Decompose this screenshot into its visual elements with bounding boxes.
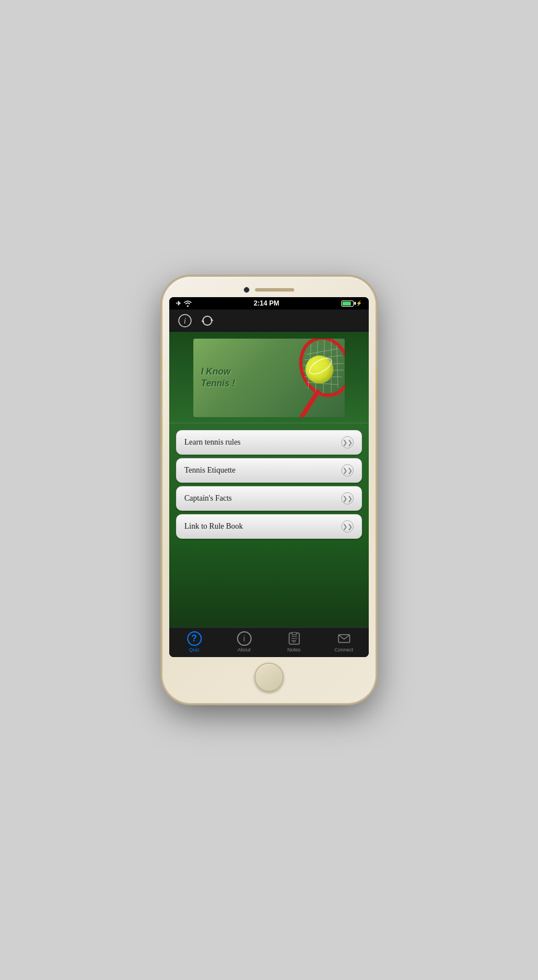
connect-icon (337, 631, 351, 646)
separator-line (169, 423, 369, 423)
phone-screen: ✈ 2:14 PM ⚡ i (169, 297, 369, 657)
front-camera (244, 287, 249, 293)
chevron-right-icon: ❯❯ (341, 436, 354, 449)
captains-facts-label: Captain's Facts (184, 494, 232, 503)
volume-up-button (160, 381, 163, 409)
svg-text:17: 17 (292, 640, 296, 643)
status-right-icons: ⚡ (341, 301, 362, 307)
link-to-rule-book-button[interactable]: Link to Rule Book ❯❯ (176, 514, 362, 539)
quiz-icon: ? (187, 631, 202, 646)
tab-about[interactable]: i About (219, 631, 269, 653)
app-toolbar: i (169, 309, 369, 332)
learn-tennis-rules-button[interactable]: Learn tennis rules ❯❯ (176, 430, 362, 455)
home-button[interactable] (254, 663, 284, 692)
status-time: 2:14 PM (254, 299, 279, 307)
speaker-grille (255, 288, 294, 292)
svg-marker-3 (201, 321, 204, 323)
refresh-button[interactable] (200, 313, 215, 329)
tab-connect[interactable]: Connect (319, 631, 369, 653)
mute-button (160, 355, 163, 372)
tab-quiz-label: Quiz (189, 647, 200, 653)
notes-icon: 17 (287, 631, 302, 646)
charging-icon: ⚡ (356, 301, 362, 306)
hero-banner: I Know Tennis ! (193, 339, 345, 417)
chevron-right-icon: ❯❯ (341, 492, 354, 505)
status-bar: ✈ 2:14 PM ⚡ (169, 297, 369, 309)
volume-down-button (160, 416, 163, 444)
tennis-etiquette-button[interactable]: Tennis Etiquette ❯❯ (176, 458, 362, 483)
learn-tennis-label: Learn tennis rules (184, 438, 240, 447)
chevron-right-icon: ❯❯ (341, 520, 354, 533)
info-button[interactable]: i (177, 313, 193, 329)
top-sensors (169, 287, 369, 293)
svg-line-15 (337, 345, 338, 388)
svg-text:i: i (184, 317, 186, 325)
link-to-rule-book-label: Link to Rule Book (184, 522, 243, 531)
power-button (375, 367, 378, 400)
tab-bar: ? Quiz i About 17 Not (169, 627, 369, 657)
hero-line2: Tennis ! (201, 378, 235, 388)
tab-quiz[interactable]: ? Quiz (169, 631, 219, 653)
app-content: I Know Tennis ! (169, 332, 369, 627)
tennis-ball (305, 355, 333, 383)
captains-facts-button[interactable]: Captain's Facts ❯❯ (176, 486, 362, 511)
about-icon: i (237, 631, 252, 646)
hero-background: I Know Tennis ! (193, 339, 345, 417)
svg-marker-2 (211, 318, 214, 321)
status-left-icons: ✈ (176, 300, 192, 307)
svg-rect-21 (292, 632, 296, 635)
tab-notes[interactable]: 17 Notes (269, 631, 319, 653)
hero-line1: I Know (201, 367, 230, 376)
svg-line-5 (307, 349, 338, 354)
tab-notes-label: Notes (287, 647, 301, 653)
svg-line-16 (300, 392, 318, 417)
tab-about-label: About (238, 647, 251, 653)
battery-icon (341, 301, 354, 307)
battery-fill (342, 302, 351, 306)
tennis-etiquette-label: Tennis Etiquette (184, 466, 235, 475)
wifi-icon (184, 301, 192, 307)
menu-list: Learn tennis rules ❯❯ Tennis Etiquette ❯… (169, 428, 369, 627)
tab-connect-label: Connect (335, 647, 354, 653)
phone-frame: ✈ 2:14 PM ⚡ i (163, 277, 375, 703)
chevron-right-icon: ❯❯ (341, 464, 354, 477)
hero-text: I Know Tennis ! (201, 366, 235, 390)
airplane-icon: ✈ (176, 300, 181, 307)
